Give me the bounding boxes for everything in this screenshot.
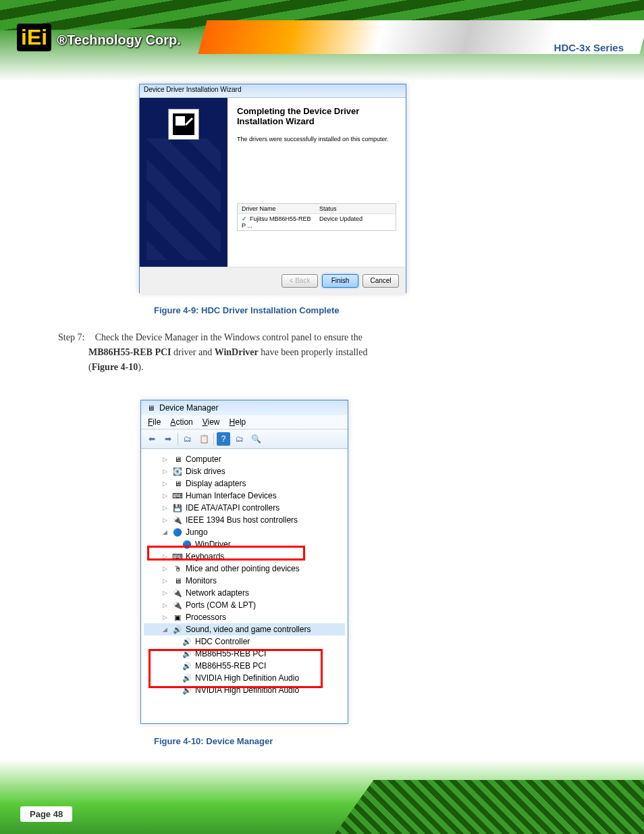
network-icon: 🔌 [172, 588, 183, 598]
menu-help[interactable]: Help [230, 417, 246, 427]
svg-rect-1 [176, 116, 185, 126]
devmgr-titlebar: 🖥 Device Manager [141, 400, 348, 415]
menu-view[interactable]: View [203, 417, 220, 427]
doc-title: HDC-3x Series [554, 42, 624, 53]
ieee-icon: 🔌 [172, 515, 183, 525]
logo-area: iEi ®Technology Corp. [17, 24, 181, 51]
up-tree-icon[interactable]: 🗂 [181, 432, 194, 446]
step-text-line2: MB86H55-REB PCI driver and WinDriver hav… [88, 347, 367, 358]
tree-windriver[interactable]: 🔵WinDriver [144, 538, 345, 550]
check-icon: ✓ [242, 215, 247, 222]
menu-file[interactable]: File [148, 417, 161, 427]
cpu-icon: ▣ [172, 612, 183, 623]
mouse-icon: 🖱 [172, 563, 183, 574]
step-text-line3: (Figure 4-10). [88, 362, 143, 373]
windriver-bold: WinDriver [215, 347, 259, 357]
step-7: Step 7: Check the Device Manager in the … [58, 332, 363, 343]
step-label: Step 7: [58, 332, 84, 342]
tree-mice[interactable]: ▷🖱Mice and other pointing devices [144, 563, 345, 575]
installer-window: Device Driver Installation Wizard Comple… [139, 84, 406, 293]
tree-ieee1394[interactable]: ▷🔌IEEE 1394 Bus host controllers [144, 514, 345, 526]
driver-name: Fujitsu MB86H55-REB P ... [242, 215, 311, 229]
ide-icon: 💾 [172, 502, 183, 513]
bottom-banner: Page 48 [0, 760, 644, 834]
col-header-name: Driver Name [238, 204, 315, 213]
tree-ide[interactable]: ▷💾IDE ATA/ATAPI controllers [144, 502, 345, 514]
audio-icon: 🔊 [182, 636, 192, 647]
hid-icon: ⌨ [172, 490, 183, 501]
tree-network[interactable]: ▷🔌Network adapters [144, 587, 345, 599]
audio-icon: 🔊 [182, 648, 192, 659]
audio-icon: 🔊 [182, 685, 192, 696]
driver-table: Driver Name Status ✓Fujitsu MB86H55-REB … [237, 203, 396, 231]
tree-ports[interactable]: ▷🔌Ports (COM & LPT) [144, 599, 345, 611]
windriver-icon: 🔵 [182, 539, 192, 550]
device-manager-window: 🖥 Device Manager File Action View Help ⬅… [140, 400, 348, 724]
tree-processors[interactable]: ▷▣Processors [144, 611, 345, 623]
back-button[interactable]: < Back [281, 274, 318, 288]
table-row: ✓Fujitsu MB86H55-REB P ... Device Update… [238, 214, 396, 230]
brand-logo: iEi [17, 24, 51, 51]
col-header-status: Status [315, 204, 396, 213]
tree-jungo[interactable]: ◢🔵Jungo [144, 526, 345, 538]
back-icon[interactable]: ⬅ [145, 432, 159, 446]
keyboard-icon: ⌨ [172, 551, 183, 562]
driver-disk-icon [168, 109, 199, 140]
installer-sidebar [140, 98, 227, 267]
figure-caption-2: Figure 4-10: Device Manager [154, 736, 273, 746]
computer-icon: 🖥 [172, 454, 183, 465]
disk-icon: 💽 [172, 466, 183, 477]
refresh-icon[interactable]: 🔍 [249, 432, 263, 446]
jungo-icon: 🔵 [172, 527, 183, 538]
figure-caption-1: Figure 4-9: HDC Driver Installation Comp… [154, 305, 340, 315]
installer-message: The drivers were successfully installed … [237, 136, 396, 142]
properties-icon[interactable]: 📋 [197, 432, 211, 446]
top-banner: iEi ®Technology Corp. [0, 0, 644, 81]
tree-hdc-controller[interactable]: 🔊HDC Controller [144, 635, 345, 648]
devmgr-toolbar: ⬅ ➡ 🗂 📋 ? 🗂 🔍 [141, 429, 348, 449]
tree-nvidia-1[interactable]: 🔊NVIDIA High Definition Audio [144, 672, 345, 684]
tree-monitors[interactable]: ▷🖥Monitors [144, 575, 345, 587]
devmgr-title-text: Device Manager [159, 403, 218, 413]
tree-mb86-1[interactable]: 🔊MB86H55-REB PCI [144, 648, 345, 660]
help-icon[interactable]: ? [217, 432, 230, 446]
finish-button[interactable]: Finish [322, 274, 358, 288]
driver-status: Device Updated [315, 214, 396, 230]
monitor-icon: 🖥 [172, 575, 183, 586]
tree-mb86-2[interactable]: 🔊MB86H55-REB PCI [144, 660, 345, 672]
port-icon: 🔌 [172, 600, 183, 610]
cancel-button[interactable]: Cancel [363, 274, 399, 288]
forward-icon[interactable]: ➡ [161, 432, 175, 446]
devmgr-menubar: File Action View Help [141, 415, 348, 429]
installer-title: Device Driver Installation Wizard [140, 84, 406, 98]
sound-icon: 🔊 [172, 624, 183, 635]
audio-icon: 🔊 [182, 660, 192, 671]
brand-tagline: ®Technology Corp. [57, 32, 181, 47]
tree-nvidia-2[interactable]: 🔊NVIDIA High Definition Audio [144, 684, 345, 696]
tree-keyboards[interactable]: ▷⌨Keyboards [144, 550, 345, 563]
audio-icon: 🔊 [182, 673, 192, 683]
driver-name-bold: MB86H55-REB PCI [88, 347, 171, 357]
devmgr-tree: ▷🖥Computer ▷💽Disk drives ▷🖥Display adapt… [141, 449, 348, 700]
tree-hid[interactable]: ▷⌨Human Interface Devices [144, 490, 345, 502]
page-number: Page 48 [20, 806, 72, 822]
scan-icon[interactable]: 🗂 [233, 432, 246, 446]
menu-action[interactable]: Action [170, 417, 192, 427]
tree-disk[interactable]: ▷💽Disk drives [144, 465, 345, 477]
installer-heading: Completing the Device Driver Installatio… [237, 106, 396, 126]
tree-sound[interactable]: ◢🔊Sound, video and game controllers [144, 623, 345, 635]
tree-display[interactable]: ▷🖥Display adapters [144, 477, 345, 490]
devmgr-icon: 🖥 [145, 402, 156, 413]
display-icon: 🖥 [172, 478, 183, 489]
tree-computer[interactable]: ▷🖥Computer [144, 453, 345, 465]
step-text-line1: Check the Device Manager in the Windows … [95, 332, 363, 342]
